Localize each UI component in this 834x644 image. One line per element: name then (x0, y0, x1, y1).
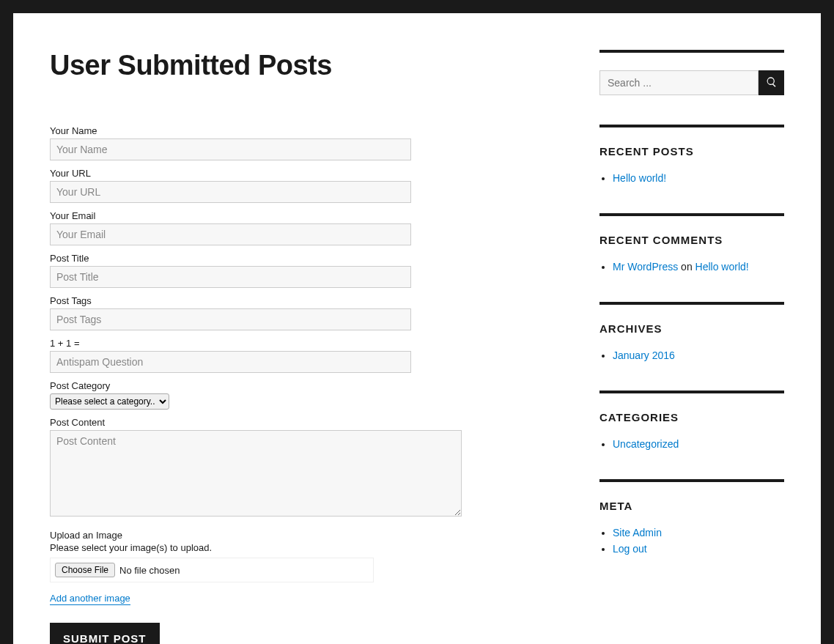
archive-link[interactable]: January 2016 (613, 349, 675, 361)
email-input[interactable] (50, 223, 411, 245)
title-label: Post Title (50, 253, 556, 264)
search-input[interactable] (599, 70, 759, 95)
recent-posts-heading: RECENT POSTS (599, 145, 784, 158)
category-link[interactable]: Uncategorized (613, 438, 679, 450)
comment-author-link[interactable]: Mr WordPress (613, 261, 678, 273)
antispam-label: 1 + 1 = (50, 338, 556, 349)
tags-label: Post Tags (50, 295, 556, 306)
tags-input[interactable] (50, 308, 411, 330)
list-item: January 2016 (613, 349, 784, 361)
categories-heading: CATEGORIES (599, 411, 784, 423)
divider (599, 50, 784, 53)
list-item: Log out (613, 543, 784, 555)
divider (599, 125, 784, 127)
email-label: Your Email (50, 210, 556, 221)
title-input[interactable] (50, 266, 411, 288)
category-select[interactable]: Please select a category.. (50, 393, 169, 410)
name-label: Your Name (50, 125, 556, 136)
divider (599, 213, 784, 216)
list-item: Mr WordPress on Hello world! (613, 261, 784, 273)
url-input[interactable] (50, 181, 411, 203)
recent-comments-heading: RECENT COMMENTS (599, 234, 784, 246)
comment-post-link[interactable]: Hello world! (695, 261, 749, 273)
file-input-row[interactable]: Choose File No file chosen (50, 558, 374, 582)
category-label: Post Category (50, 380, 556, 391)
list-item: Site Admin (613, 527, 784, 538)
recent-post-link[interactable]: Hello world! (613, 172, 666, 184)
archives-heading: ARCHIVES (599, 322, 784, 335)
meta-heading: META (599, 500, 784, 512)
divider (599, 302, 784, 305)
submit-button[interactable]: SUBMIT POST (50, 623, 160, 644)
on-text: on (678, 261, 695, 273)
upload-desc: Please select your image(s) to upload. (50, 542, 556, 553)
divider (599, 479, 784, 482)
divider (599, 391, 784, 393)
page-title: User Submitted Posts (50, 50, 556, 81)
content-label: Post Content (50, 417, 556, 428)
list-item: Uncategorized (613, 438, 784, 450)
file-status: No file chosen (119, 565, 180, 576)
search-button[interactable] (759, 70, 784, 95)
meta-link[interactable]: Site Admin (613, 527, 662, 538)
choose-file-button[interactable]: Choose File (55, 563, 115, 577)
url-label: Your URL (50, 168, 556, 179)
name-input[interactable] (50, 138, 411, 160)
list-item: Hello world! (613, 172, 784, 184)
add-image-link[interactable]: Add another image (50, 593, 130, 605)
upload-label: Upload an Image (50, 530, 556, 541)
search-icon (766, 76, 778, 90)
antispam-input[interactable] (50, 351, 411, 373)
content-textarea[interactable] (50, 430, 462, 517)
meta-link[interactable]: Log out (613, 543, 647, 555)
